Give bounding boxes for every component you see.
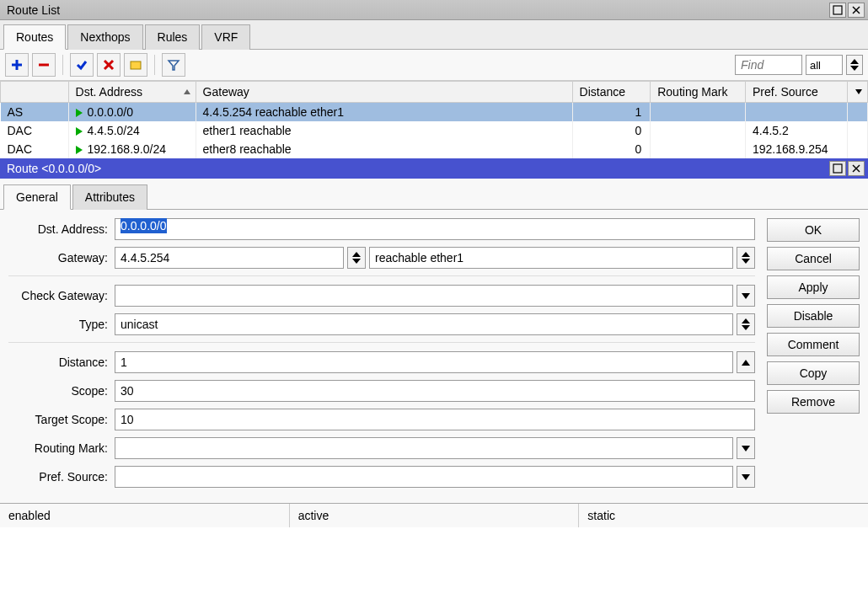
disable-action-button[interactable]: Disable — [767, 304, 860, 328]
row-pref-source: 192.168.9.254 — [745, 140, 847, 158]
col-dst-address[interactable]: Dst. Address — [68, 82, 196, 103]
enable-button[interactable] — [70, 53, 94, 77]
detail-title: Route <0.0.0.0/0> — [3, 162, 829, 175]
row-pref-source — [745, 103, 847, 122]
row-flags: DAC — [1, 140, 69, 158]
gateway-label: Gateway: — [8, 251, 115, 265]
col-flags[interactable] — [1, 82, 69, 103]
svg-rect-10 — [833, 164, 842, 173]
dst-address-label: Dst. Address: — [8, 222, 115, 236]
row-gateway: ether1 reachable — [196, 121, 572, 140]
pref-source-dropdown[interactable] — [737, 466, 755, 488]
filter-value: all — [810, 59, 821, 72]
svg-marker-9 — [169, 61, 179, 70]
detail-form: Dst. Address: 0.0.0.0/0 Gateway: reachab… — [8, 218, 755, 494]
type-dropdown[interactable] — [737, 313, 755, 335]
row-distance: 0 — [572, 121, 651, 140]
row-flags: AS — [1, 103, 69, 122]
tab-nexthops[interactable]: Nexthops — [67, 24, 142, 50]
row-dst: 4.4.5.0/24 — [88, 124, 140, 137]
status-enabled: enabled — [0, 504, 290, 527]
table-row[interactable]: AS 0.0.0.0/0 4.4.5.254 reachable ether1 … — [1, 103, 868, 122]
type-label: Type: — [8, 318, 115, 331]
target-scope-input[interactable] — [115, 409, 755, 430]
remove-button[interactable] — [32, 53, 56, 77]
status-active: active — [290, 504, 580, 527]
filter-config[interactable] — [846, 55, 863, 75]
filter-select[interactable]: all — [806, 55, 843, 75]
routing-mark-input[interactable] — [115, 437, 733, 459]
distance-label: Distance: — [8, 355, 115, 369]
row-routing-mark — [651, 121, 746, 140]
row-distance: 0 — [572, 140, 651, 158]
detail-minimize-button[interactable] — [829, 161, 846, 176]
scope-input[interactable] — [115, 380, 755, 402]
tab-routes[interactable]: Routes — [3, 24, 66, 50]
row-routing-mark — [651, 140, 746, 158]
tab-general[interactable]: General — [3, 184, 71, 210]
active-icon — [76, 127, 83, 136]
distance-collapse[interactable] — [737, 351, 755, 373]
detail-actions: OK Cancel Apply Disable Comment Copy Rem… — [767, 218, 860, 494]
routelist-toolbar: all — [0, 50, 868, 81]
row-flags: DAC — [1, 121, 69, 140]
row-distance: 1 — [572, 103, 651, 122]
scope-label: Scope: — [8, 384, 115, 398]
gateway-input[interactable] — [115, 247, 344, 269]
distance-input[interactable] — [115, 351, 733, 373]
check-gateway-input[interactable] — [115, 285, 733, 307]
route-table: Dst. Address Gateway Distance Routing Ma… — [0, 81, 868, 158]
type-input[interactable] — [115, 313, 733, 335]
col-config[interactable] — [847, 82, 867, 103]
row-gateway: 4.4.5.254 reachable ether1 — [196, 103, 572, 122]
row-pref-source: 4.4.5.2 — [745, 121, 847, 140]
row-gateway: ether8 reachable — [196, 140, 572, 158]
routing-mark-dropdown[interactable] — [737, 437, 755, 459]
row-dst: 0.0.0.0/0 — [88, 105, 134, 119]
status-bar: enabled active static — [0, 503, 868, 527]
detail-titlebar: Route <0.0.0.0/0> — [0, 158, 868, 179]
ok-button[interactable]: OK — [767, 218, 860, 242]
tab-attributes[interactable]: Attributes — [72, 184, 147, 210]
gateway-add[interactable] — [737, 247, 755, 269]
disable-button[interactable] — [97, 53, 121, 77]
active-icon — [76, 109, 83, 117]
table-row[interactable]: DAC 4.4.5.0/24 ether1 reachable 0 4.4.5.… — [1, 121, 868, 140]
comment-button[interactable] — [124, 53, 147, 77]
copy-button[interactable]: Copy — [767, 361, 860, 385]
remove-action-button[interactable]: Remove — [767, 390, 860, 414]
gateway-status: reachable ether1 — [369, 247, 733, 269]
table-row[interactable]: DAC 192.168.9.0/24 ether8 reachable 0 19… — [1, 140, 868, 158]
row-routing-mark — [651, 103, 746, 122]
minimize-button[interactable] — [829, 3, 846, 18]
active-icon — [76, 146, 83, 154]
cancel-button[interactable]: Cancel — [767, 247, 860, 270]
gateway-spinner[interactable] — [347, 247, 366, 269]
col-routing-mark[interactable]: Routing Mark — [651, 82, 746, 103]
svg-rect-8 — [131, 61, 141, 69]
dst-address-input[interactable]: 0.0.0.0/0 — [115, 218, 755, 240]
col-gateway[interactable]: Gateway — [196, 82, 572, 103]
detail-close-button[interactable] — [848, 161, 865, 176]
pref-source-label: Pref. Source: — [8, 470, 115, 484]
row-dst: 192.168.9.0/24 — [88, 142, 166, 156]
detail-tabbar: General Attributes — [0, 179, 868, 210]
routing-mark-label: Routing Mark: — [8, 441, 115, 455]
tab-rules[interactable]: Rules — [145, 24, 201, 50]
filter-button[interactable] — [162, 53, 185, 77]
check-gateway-dropdown[interactable] — [737, 285, 755, 307]
routelist-title: Route List — [3, 3, 829, 17]
pref-source-input[interactable] — [115, 466, 733, 488]
apply-button[interactable]: Apply — [767, 275, 860, 299]
add-button[interactable] — [5, 53, 29, 77]
find-input[interactable] — [735, 55, 802, 75]
col-pref-source[interactable]: Pref. Source — [745, 82, 847, 103]
comment-action-button[interactable]: Comment — [767, 333, 860, 356]
check-gateway-label: Check Gateway: — [8, 289, 115, 302]
tab-vrf[interactable]: VRF — [201, 24, 250, 50]
status-static: static — [579, 504, 868, 527]
close-button[interactable] — [848, 3, 865, 18]
svg-rect-0 — [833, 6, 842, 14]
col-distance[interactable]: Distance — [572, 82, 651, 103]
routelist-tabbar: Routes Nexthops Rules VRF — [0, 20, 868, 50]
